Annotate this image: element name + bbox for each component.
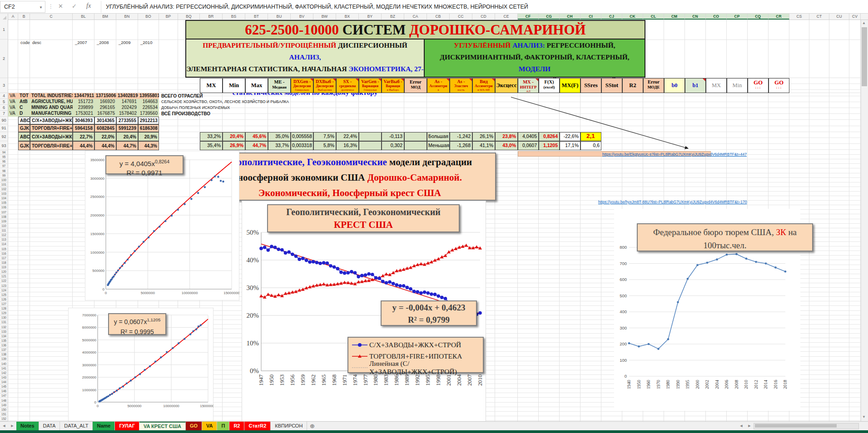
column-header-BY[interactable]: BY (359, 14, 382, 20)
row-header-112[interactable]: 112 (0, 233, 8, 237)
row-header-102[interactable]: 102 (0, 187, 8, 192)
stat-cell[interactable]: 20,4% (223, 132, 245, 141)
table-cell-value[interactable]: 44,7% (116, 141, 138, 150)
column-header-B[interactable]: B (18, 14, 30, 20)
hscroll-right-icon[interactable]: ► (745, 422, 754, 430)
table-cell[interactable]: VA (8, 111, 18, 117)
table-cell-value[interactable]: 3046393 (73, 117, 94, 124)
column-header-BN[interactable]: BN (116, 14, 138, 20)
column-header-CU[interactable]: CU (829, 14, 849, 20)
table-cell[interactable]: ABCD (18, 117, 30, 124)
stat-cell[interactable]: 22,4% (336, 132, 359, 141)
row-header-93[interactable]: 93 (0, 141, 8, 150)
youtube-link-2[interactable]: https://youtu.be/hyxJm8T-88U?list=PL8lRa… (598, 200, 747, 204)
row-header-151[interactable]: 151 (0, 412, 8, 417)
column-header-BP[interactable]: BP (159, 14, 178, 20)
stat-cell[interactable]: 44,7% (245, 141, 268, 150)
row-header-99[interactable]: 99 (0, 173, 8, 178)
cancel-icon[interactable]: ✕ (58, 3, 63, 10)
row-header-120[interactable]: 120 (0, 270, 8, 274)
row-header-97[interactable]: 97 (0, 164, 8, 168)
table-cell-value[interactable]: 22,7% (73, 132, 94, 141)
row-header-107[interactable]: 107 (0, 210, 8, 215)
row-header-109[interactable]: 109 (0, 219, 8, 224)
stat-cell[interactable] (359, 141, 382, 150)
row-header-104[interactable]: 104 (0, 196, 8, 201)
sheet-tab-DATA[interactable]: DATA (39, 422, 60, 430)
row-header-101[interactable]: 101 (0, 182, 8, 187)
row-header-91[interactable]: 91 (0, 124, 8, 132)
table-cell-value[interactable]: 164663 (138, 99, 159, 105)
row-header-103[interactable]: 103 (0, 192, 8, 196)
column-header-CC[interactable]: CC (450, 14, 472, 20)
table-cell[interactable]: TOT (18, 93, 30, 99)
table-cell[interactable]: С/Х+ЗАВОДЫ+ЖКХ+С (30, 117, 73, 124)
stat-header-Min[interactable]: Min (223, 78, 245, 93)
table-cell-value[interactable]: 166920 (94, 99, 116, 105)
table-cell[interactable]: MANUFACTURING (30, 111, 73, 117)
stat-header-GO[interactable]: GO↓↓↓ (748, 78, 769, 93)
row-header-131[interactable]: 131 (0, 320, 8, 325)
info-text-box[interactable]: Геополитические, Геоэкономические модели… (203, 153, 496, 201)
table-cell-value[interactable]: 202429 (116, 105, 138, 111)
column-header-CJ[interactable]: CJ (601, 14, 622, 20)
stat-cell[interactable]: -0,113 (382, 132, 404, 141)
row-header-150[interactable]: 150 (0, 408, 8, 412)
stat-cell[interactable]: 0,302 (382, 141, 404, 150)
vertical-scrollbar-thumb[interactable] (862, 27, 867, 86)
table-cell-value[interactable]: 22,0% (94, 132, 116, 141)
stat-header-Max[interactable]: Max (245, 78, 268, 93)
row-header-123[interactable]: 123 (0, 284, 8, 288)
row-header-114[interactable]: 114 (0, 242, 8, 246)
column-header-BU[interactable]: BU (268, 14, 291, 20)
row-header-118[interactable]: 118 (0, 261, 8, 265)
row-header-132[interactable]: 132 (0, 325, 8, 330)
column-header-BZ[interactable]: BZ (382, 14, 404, 20)
row-header-4[interactable]: 4 (0, 93, 8, 99)
row-header-117[interactable]: 117 (0, 256, 8, 261)
table-cell-value[interactable]: 296165 (94, 105, 116, 111)
stat-header-Вид[interactable]: ВидАссиметрии MX-ME (472, 78, 495, 93)
stat-header-VarВыб[interactable]: VarВыб -Вариация Выборо (382, 78, 404, 93)
table-cell[interactable]: C (18, 105, 30, 111)
row-header-127[interactable]: 127 (0, 302, 8, 306)
row-header-110[interactable]: 110 (0, 224, 8, 228)
horizontal-scrollbar[interactable] (754, 423, 859, 429)
stat-cell[interactable]: 33,7% (268, 141, 291, 150)
table-cell-value[interactable]: 20,4% (116, 132, 138, 141)
column-header-BM[interactable]: BM (94, 14, 116, 20)
column-header-CT[interactable]: CT (809, 14, 829, 20)
sheet-tab-Notes[interactable]: Notes (16, 422, 39, 430)
table-cell[interactable]: AtB (18, 99, 30, 105)
table-cell-value[interactable]: 1739560 (138, 111, 159, 117)
table-cell-value[interactable]: 5991239 (116, 124, 138, 132)
stat-cell[interactable]: 45,6% (245, 132, 268, 141)
column-header-CA[interactable]: CA (404, 14, 427, 20)
stat-header-Min[interactable]: Min (727, 78, 748, 93)
stat-cell[interactable]: 5,8% (313, 141, 336, 150)
stat-cell[interactable]: 16,3% (336, 141, 359, 150)
column-header-CR[interactable]: CR (769, 14, 789, 20)
add-sheet-icon[interactable]: ⊕ (307, 422, 317, 430)
horizontal-scrollbar-thumb[interactable] (755, 424, 837, 428)
column-header-CF[interactable]: CF (518, 14, 539, 20)
tabs-scroll-right-icon[interactable]: ► (8, 422, 16, 430)
chart1-equation-box[interactable]: y = 4,0405x0,8264 R² = 0,9971 (105, 155, 184, 174)
row-header-140[interactable]: 140 (0, 362, 8, 366)
table-cell-value[interactable]: 1578402 (116, 111, 138, 117)
stat-cell[interactable]: Большая (427, 132, 450, 141)
stat-header-Error[interactable]: ErrorМОД (404, 78, 427, 93)
table-cell-value[interactable]: 44,4% (73, 141, 94, 150)
table-cell-value[interactable]: 13955801 (138, 93, 159, 99)
column-header-CB[interactable]: CB (427, 14, 450, 20)
cross-chart-legend[interactable]: С/Х+ЗАВОДЫ+ЖКХ+СТРОЙТОРГОВЛЯ+FIRE+ИПОТЕК… (347, 337, 484, 373)
table-cell[interactable]: TOTAL INDUSTRIES (30, 93, 73, 99)
row-header-1[interactable]: 1 (0, 20, 8, 39)
sheet-tab-Name[interactable]: Name (93, 422, 115, 430)
table-cell-value[interactable]: 2912213 (138, 117, 159, 124)
row-header-147[interactable]: 147 (0, 394, 8, 398)
table-cell[interactable]: MINING AND QUARRY (30, 105, 73, 111)
stat-cell[interactable]: 33,2% (200, 132, 223, 141)
row-header-6[interactable]: 6 (0, 105, 8, 111)
stat-header-ME[interactable]: ME -Медиан (268, 78, 291, 93)
